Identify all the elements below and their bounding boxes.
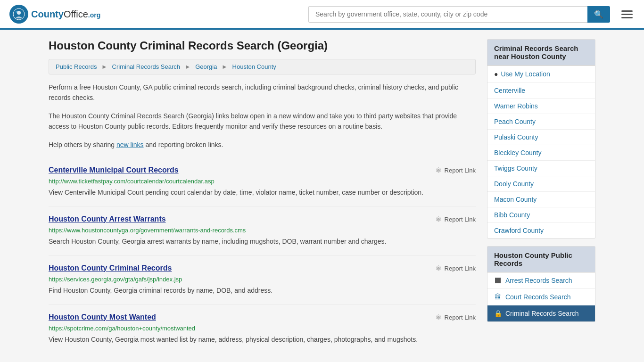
report-link-btn-0[interactable]: ⚛ Report Link <box>435 166 476 175</box>
sidebar-nearby-section: Criminal Records Search near Houston Cou… <box>487 39 595 239</box>
record-desc-2: Find Houston County, Georgia criminal re… <box>49 286 476 296</box>
record-title-1[interactable]: Houston County Arrest Warrants <box>49 215 166 223</box>
sidebar-item-peach-county: Peach County <box>487 114 595 130</box>
record-header-3: Houston County Most Wanted ⚛ Report Link <box>49 313 476 322</box>
use-location-item: ● Use My Location <box>487 66 595 83</box>
report-icon-0: ⚛ <box>435 166 442 175</box>
sidebar-nearby-list: Centerville Warner Robins Peach County P… <box>487 83 595 238</box>
sidebar-link-dooly-county[interactable]: Dooly County <box>487 176 595 192</box>
sidebar-link-arrest-records[interactable]: Arrest Records Search <box>487 272 595 288</box>
menu-icon-line1 <box>621 10 633 12</box>
sidebar-item-bleckley-county: Bleckley County <box>487 145 595 161</box>
logo-link[interactable]: CountyOffice.org <box>9 5 100 24</box>
report-link-label-1: Report Link <box>445 216 476 223</box>
report-link-label-3: Report Link <box>445 314 476 321</box>
breadcrumb-georgia[interactable]: Georgia <box>195 63 217 70</box>
arrest-icon <box>494 277 502 284</box>
breadcrumb-sep-3: ► <box>222 63 228 70</box>
sidebar-item-twiggs-county: Twiggs County <box>487 161 595 176</box>
breadcrumb-houston-county[interactable]: Houston County <box>232 63 276 70</box>
sidebar-public-records-title: Houston County Public Records <box>487 247 595 272</box>
sidebar-nearby-title: Criminal Records Search near Houston Cou… <box>487 40 595 66</box>
record-title-2[interactable]: Houston County Criminal Records <box>49 264 172 272</box>
record-url-2[interactable]: https://services.georgia.gov/gta/gafs/js… <box>49 276 476 283</box>
criminal-icon: 🔒 <box>494 310 502 317</box>
menu-button[interactable] <box>619 8 635 20</box>
search-button[interactable]: 🔍 <box>587 6 610 23</box>
sidebar-link-crawford-county[interactable]: Crawford County <box>487 223 595 238</box>
sidebar-public-records-list: Arrest Records Search 🏛 Court Records Se… <box>487 272 595 321</box>
record-title-3[interactable]: Houston County Most Wanted <box>49 313 156 321</box>
logo-icon <box>9 5 28 24</box>
record-url-3[interactable]: https://spotcrime.com/ga/houston+county/… <box>49 325 476 332</box>
sidebar-pub-criminal-records: 🔒 Criminal Records Search <box>487 305 595 321</box>
arrest-records-label: Arrest Records Search <box>505 277 572 284</box>
sidebar-item-centerville: Centerville <box>487 83 595 99</box>
pin-icon: ● <box>494 70 498 78</box>
report-link-btn-1[interactable]: ⚛ Report Link <box>435 215 476 224</box>
sidebar-item-dooly-county: Dooly County <box>487 176 595 192</box>
sidebar-link-twiggs-county[interactable]: Twiggs County <box>487 161 595 176</box>
sidebar-item-pulaski-county: Pulaski County <box>487 130 595 145</box>
breadcrumb-sep-2: ► <box>185 63 191 70</box>
search-icon: 🔍 <box>594 10 603 18</box>
record-title-0[interactable]: Centerville Municipal Court Records <box>49 166 179 174</box>
court-records-label: Court Records Search <box>505 293 571 301</box>
logo-text: CountyOffice.org <box>31 9 100 20</box>
report-link-label-0: Report Link <box>445 167 476 174</box>
content-area: Houston County Criminal Records Search (… <box>49 39 476 353</box>
breadcrumb-criminal-records-search[interactable]: Criminal Records Search <box>112 63 181 70</box>
report-icon-3: ⚛ <box>435 313 442 322</box>
sidebar-link-court-records[interactable]: 🏛 Court Records Search <box>487 289 595 305</box>
record-url-1[interactable]: https://www.houstoncountyga.org/governme… <box>49 227 476 234</box>
breadcrumb-sep-1: ► <box>101 63 107 70</box>
record-header-1: Houston County Arrest Warrants ⚛ Report … <box>49 215 476 224</box>
sidebar-item-bibb-county: Bibb County <box>487 207 595 223</box>
page-title: Houston County Criminal Records Search (… <box>49 39 476 52</box>
report-icon-2: ⚛ <box>435 264 442 273</box>
sidebar-link-bibb-county[interactable]: Bibb County <box>487 207 595 223</box>
record-desc-0: View Centerville Municipal Court pending… <box>49 188 476 197</box>
svg-point-2 <box>16 11 17 13</box>
description-1: Perform a free Houston County, GA public… <box>49 82 476 103</box>
breadcrumb-public-records[interactable]: Public Records <box>56 63 97 70</box>
record-entry-2: Houston County Criminal Records ⚛ Report… <box>49 255 476 304</box>
sidebar-link-criminal-records[interactable]: 🔒 Criminal Records Search <box>487 305 595 321</box>
report-link-btn-3[interactable]: ⚛ Report Link <box>435 313 476 322</box>
sidebar-pub-arrest-records: Arrest Records Search <box>487 272 595 289</box>
breadcrumb: Public Records ► Criminal Records Search… <box>49 59 476 74</box>
record-url-0[interactable]: http://www.ticketfastpay.com/courtcalend… <box>49 178 476 185</box>
sidebar-pub-court-records: 🏛 Court Records Search <box>487 289 595 305</box>
report-link-label-2: Report Link <box>445 265 476 272</box>
record-header-2: Houston County Criminal Records ⚛ Report… <box>49 264 476 273</box>
sidebar-public-records-section: Houston County Public Records Arrest Rec… <box>487 246 595 322</box>
sidebar-link-peach-county[interactable]: Peach County <box>487 114 595 130</box>
report-icon-1: ⚛ <box>435 215 442 224</box>
description-3: Help others by sharing new links and rep… <box>49 140 476 150</box>
sidebar-item-macon-county: Macon County <box>487 192 595 207</box>
sidebar-link-bleckley-county[interactable]: Bleckley County <box>487 145 595 161</box>
menu-icon-line2 <box>621 14 633 15</box>
search-input[interactable] <box>308 6 587 23</box>
sidebar-item-warner-robins: Warner Robins <box>487 99 595 114</box>
sidebar-link-centerville[interactable]: Centerville <box>487 83 595 99</box>
record-desc-1: Search Houston County, Georgia arrest wa… <box>49 237 476 247</box>
sidebar-link-macon-county[interactable]: Macon County <box>487 192 595 207</box>
record-entry-1: Houston County Arrest Warrants ⚛ Report … <box>49 206 476 255</box>
sidebar: Criminal Records Search near Houston Cou… <box>487 39 595 353</box>
sidebar-link-pulaski-county[interactable]: Pulaski County <box>487 130 595 145</box>
criminal-records-label: Criminal Records Search <box>505 310 579 317</box>
use-location-link[interactable]: Use My Location <box>501 70 550 78</box>
search-area: 🔍 <box>308 6 610 23</box>
description-2: The Houston County Criminal Records Sear… <box>49 111 476 132</box>
record-entry-3: Houston County Most Wanted ⚛ Report Link… <box>49 304 476 353</box>
new-links-link[interactable]: new links <box>116 141 144 148</box>
record-desc-3: View Houston County, Georgia most wanted… <box>49 335 476 345</box>
sidebar-item-crawford-county: Crawford County <box>487 223 595 238</box>
sidebar-link-warner-robins[interactable]: Warner Robins <box>487 99 595 114</box>
record-header-0: Centerville Municipal Court Records ⚛ Re… <box>49 166 476 175</box>
menu-icon-line3 <box>621 17 633 18</box>
records-list: Centerville Municipal Court Records ⚛ Re… <box>49 157 476 353</box>
svg-point-1 <box>17 11 21 15</box>
report-link-btn-2[interactable]: ⚛ Report Link <box>435 264 476 273</box>
